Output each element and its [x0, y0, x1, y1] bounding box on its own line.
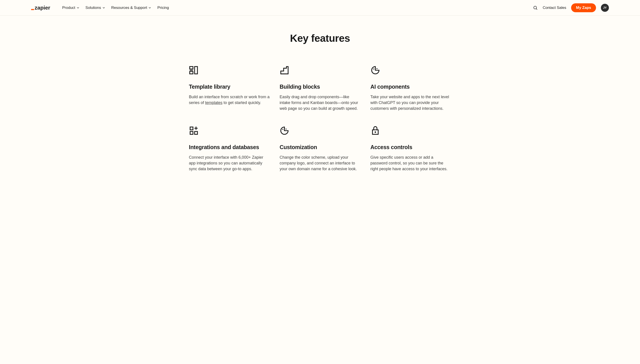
feature-desc: Easily drag and drop components—like int… [280, 94, 360, 111]
feature-template-library: Template library Build an interface from… [189, 65, 270, 111]
feature-access-controls: Access controls Give specific users acce… [370, 126, 451, 172]
nav-product-label: Product [62, 6, 75, 10]
nav-solutions[interactable]: Solutions [86, 6, 105, 10]
feature-building-blocks: Building blocks Easily drag and drop com… [280, 65, 360, 111]
feature-integrations: Integrations and databases Connect your … [189, 126, 270, 172]
feature-title: Customization [280, 144, 360, 150]
svg-rect-13 [195, 132, 198, 134]
svg-rect-6 [190, 72, 193, 74]
svg-rect-0 [31, 9, 34, 10]
svg-line-3 [536, 8, 537, 10]
feature-ai-components: AI components Take your website and apps… [370, 65, 451, 111]
svg-text:zapier: zapier [35, 5, 50, 11]
svg-rect-12 [190, 132, 193, 134]
access-controls-icon [370, 126, 380, 136]
my-zaps-button[interactable]: My Zaps [571, 3, 596, 12]
nav-solutions-label: Solutions [86, 6, 101, 10]
svg-point-9 [375, 68, 376, 69]
nav-product[interactable]: Product [62, 6, 79, 10]
svg-rect-11 [190, 127, 193, 130]
feature-desc: Connect your interface with 6,000+ Zapie… [189, 154, 270, 172]
header-right: Contact Sales My Zaps JY [533, 3, 609, 12]
features-grid: Template library Build an interface from… [189, 65, 451, 172]
svg-point-10 [376, 68, 378, 69]
svg-point-20 [374, 131, 376, 133]
feature-desc: Change the color scheme, upload your com… [280, 154, 360, 172]
feature-desc: Take your website and apps to the next l… [370, 94, 451, 111]
building-blocks-icon [280, 65, 289, 75]
chevron-down-icon [102, 6, 105, 9]
feature-title: Integrations and databases [189, 144, 270, 150]
ai-components-icon [370, 65, 380, 75]
site-header: zapier Product Solutions Resources & Sup… [0, 0, 640, 16]
svg-point-18 [286, 129, 287, 130]
svg-point-2 [534, 6, 537, 9]
nav-resources-label: Resources & Support [111, 6, 147, 10]
feature-desc: Give specific users access or add a pass… [370, 154, 451, 172]
feature-title: Access controls [370, 144, 451, 150]
nav-resources[interactable]: Resources & Support [111, 6, 151, 10]
svg-point-8 [373, 68, 374, 70]
templates-link[interactable]: templates [205, 100, 222, 105]
contact-sales-link[interactable]: Contact Sales [543, 6, 566, 10]
nav-pricing-label: Pricing [157, 6, 169, 10]
zapier-logo[interactable]: zapier [31, 5, 56, 11]
svg-point-16 [282, 129, 284, 130]
svg-point-17 [284, 128, 285, 129]
chevron-down-icon [77, 6, 79, 9]
main-nav: Product Solutions Resources & Support Pr… [62, 6, 169, 10]
customization-icon [280, 126, 289, 136]
feature-title: AI components [370, 84, 451, 90]
svg-rect-7 [195, 67, 198, 74]
avatar[interactable]: JY [601, 4, 609, 12]
main-content: Key features Template library Build an i… [0, 16, 640, 185]
section-title: Key features [31, 32, 609, 44]
header-left: zapier Product Solutions Resources & Sup… [31, 5, 169, 11]
feature-title: Template library [189, 84, 270, 90]
search-icon[interactable] [533, 5, 538, 10]
feature-desc: Build an interface from scratch or work … [189, 94, 270, 106]
template-library-icon [189, 65, 199, 75]
integrations-icon [189, 126, 199, 136]
svg-rect-4 [190, 67, 193, 69]
nav-pricing[interactable]: Pricing [157, 6, 169, 10]
feature-customization: Customization Change the color scheme, u… [280, 126, 360, 172]
chevron-down-icon [148, 6, 151, 9]
feature-title: Building blocks [280, 84, 360, 90]
